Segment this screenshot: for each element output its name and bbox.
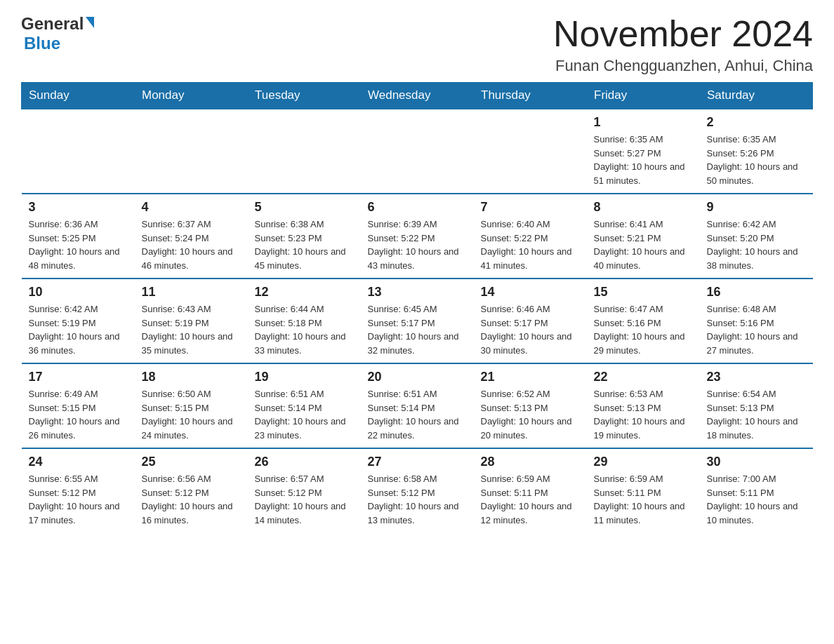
day-info: Sunrise: 6:41 AM Sunset: 5:21 PM Dayligh… <box>594 217 693 272</box>
day-info: Sunrise: 6:38 AM Sunset: 5:23 PM Dayligh… <box>255 217 354 272</box>
calendar-week-row: 24Sunrise: 6:55 AM Sunset: 5:12 PM Dayli… <box>22 448 813 532</box>
calendar-cell: 30Sunrise: 7:00 AM Sunset: 5:11 PM Dayli… <box>700 448 813 532</box>
calendar-week-row: 10Sunrise: 6:42 AM Sunset: 5:19 PM Dayli… <box>22 279 813 363</box>
day-number: 16 <box>707 285 806 300</box>
calendar-cell <box>474 109 587 194</box>
day-info: Sunrise: 6:42 AM Sunset: 5:20 PM Dayligh… <box>707 217 806 272</box>
day-info: Sunrise: 6:48 AM Sunset: 5:16 PM Dayligh… <box>707 302 806 357</box>
day-info: Sunrise: 6:40 AM Sunset: 5:22 PM Dayligh… <box>481 217 580 272</box>
calendar-cell: 16Sunrise: 6:48 AM Sunset: 5:16 PM Dayli… <box>700 279 813 363</box>
day-number: 3 <box>29 200 128 215</box>
day-header-sunday: Sunday <box>22 83 135 109</box>
day-header-tuesday: Tuesday <box>248 83 361 109</box>
day-info: Sunrise: 6:59 AM Sunset: 5:11 PM Dayligh… <box>481 472 580 527</box>
day-info: Sunrise: 6:50 AM Sunset: 5:15 PM Dayligh… <box>142 387 241 442</box>
calendar-cell: 14Sunrise: 6:46 AM Sunset: 5:17 PM Dayli… <box>474 279 587 363</box>
calendar-cell: 11Sunrise: 6:43 AM Sunset: 5:19 PM Dayli… <box>135 279 248 363</box>
day-number: 9 <box>707 200 806 215</box>
calendar-cell <box>248 109 361 194</box>
day-number: 27 <box>368 455 467 469</box>
day-info: Sunrise: 6:47 AM Sunset: 5:16 PM Dayligh… <box>594 302 693 357</box>
month-title: November 2024 <box>553 14 813 54</box>
calendar-cell: 27Sunrise: 6:58 AM Sunset: 5:12 PM Dayli… <box>361 448 474 532</box>
calendar-cell: 20Sunrise: 6:51 AM Sunset: 5:14 PM Dayli… <box>361 363 474 448</box>
day-number: 6 <box>368 200 467 215</box>
day-number: 21 <box>481 370 580 384</box>
day-info: Sunrise: 6:43 AM Sunset: 5:19 PM Dayligh… <box>142 302 241 357</box>
day-info: Sunrise: 6:46 AM Sunset: 5:17 PM Dayligh… <box>481 302 580 357</box>
day-info: Sunrise: 6:36 AM Sunset: 5:25 PM Dayligh… <box>29 217 128 272</box>
calendar-cell: 3Sunrise: 6:36 AM Sunset: 5:25 PM Daylig… <box>22 194 135 279</box>
day-info: Sunrise: 6:58 AM Sunset: 5:12 PM Dayligh… <box>368 472 467 527</box>
logo-triangle-icon <box>86 17 94 28</box>
day-header-monday: Monday <box>135 83 248 109</box>
day-info: Sunrise: 6:49 AM Sunset: 5:15 PM Dayligh… <box>29 387 128 442</box>
day-header-saturday: Saturday <box>700 83 813 109</box>
calendar-cell: 8Sunrise: 6:41 AM Sunset: 5:21 PM Daylig… <box>587 194 700 279</box>
day-info: Sunrise: 6:35 AM Sunset: 5:26 PM Dayligh… <box>707 133 806 187</box>
calendar-cell: 13Sunrise: 6:45 AM Sunset: 5:17 PM Dayli… <box>361 279 474 363</box>
day-number: 8 <box>594 200 693 215</box>
day-info: Sunrise: 6:39 AM Sunset: 5:22 PM Dayligh… <box>368 217 467 272</box>
calendar-cell: 9Sunrise: 6:42 AM Sunset: 5:20 PM Daylig… <box>700 194 813 279</box>
header: General Blue November 2024 Funan Chenggu… <box>21 14 813 75</box>
day-info: Sunrise: 6:37 AM Sunset: 5:24 PM Dayligh… <box>142 217 241 272</box>
calendar-header-row: SundayMondayTuesdayWednesdayThursdayFrid… <box>22 83 813 109</box>
calendar-cell <box>361 109 474 194</box>
day-header-thursday: Thursday <box>474 83 587 109</box>
calendar-cell: 2Sunrise: 6:35 AM Sunset: 5:26 PM Daylig… <box>700 109 813 194</box>
calendar-cell <box>135 109 248 194</box>
calendar-cell <box>22 109 135 194</box>
day-info: Sunrise: 7:00 AM Sunset: 5:11 PM Dayligh… <box>707 472 806 527</box>
calendar-cell: 22Sunrise: 6:53 AM Sunset: 5:13 PM Dayli… <box>587 363 700 448</box>
day-info: Sunrise: 6:35 AM Sunset: 5:27 PM Dayligh… <box>594 133 693 187</box>
day-number: 28 <box>481 455 580 469</box>
logo-general-text: General <box>21 14 84 34</box>
day-number: 12 <box>255 285 354 300</box>
calendar-cell: 19Sunrise: 6:51 AM Sunset: 5:14 PM Dayli… <box>248 363 361 448</box>
calendar-week-row: 3Sunrise: 6:36 AM Sunset: 5:25 PM Daylig… <box>22 194 813 279</box>
day-info: Sunrise: 6:51 AM Sunset: 5:14 PM Dayligh… <box>255 387 354 442</box>
calendar-cell: 7Sunrise: 6:40 AM Sunset: 5:22 PM Daylig… <box>474 194 587 279</box>
day-number: 18 <box>142 370 241 384</box>
day-number: 22 <box>594 370 693 384</box>
location-title: Funan Chengguanzhen, Anhui, China <box>553 57 813 75</box>
day-number: 20 <box>368 370 467 384</box>
day-info: Sunrise: 6:42 AM Sunset: 5:19 PM Dayligh… <box>29 302 128 357</box>
calendar-cell: 4Sunrise: 6:37 AM Sunset: 5:24 PM Daylig… <box>135 194 248 279</box>
day-info: Sunrise: 6:45 AM Sunset: 5:17 PM Dayligh… <box>368 302 467 357</box>
day-number: 14 <box>481 285 580 300</box>
day-number: 26 <box>255 455 354 469</box>
calendar-week-row: 17Sunrise: 6:49 AM Sunset: 5:15 PM Dayli… <box>22 363 813 448</box>
day-number: 4 <box>142 200 241 215</box>
calendar-cell: 5Sunrise: 6:38 AM Sunset: 5:23 PM Daylig… <box>248 194 361 279</box>
calendar-cell: 24Sunrise: 6:55 AM Sunset: 5:12 PM Dayli… <box>22 448 135 532</box>
calendar-cell: 12Sunrise: 6:44 AM Sunset: 5:18 PM Dayli… <box>248 279 361 363</box>
day-number: 13 <box>368 285 467 300</box>
day-number: 24 <box>29 455 128 469</box>
day-number: 11 <box>142 285 241 300</box>
day-info: Sunrise: 6:55 AM Sunset: 5:12 PM Dayligh… <box>29 472 128 527</box>
calendar-cell: 21Sunrise: 6:52 AM Sunset: 5:13 PM Dayli… <box>474 363 587 448</box>
day-number: 2 <box>707 115 806 130</box>
day-info: Sunrise: 6:44 AM Sunset: 5:18 PM Dayligh… <box>255 302 354 357</box>
day-info: Sunrise: 6:56 AM Sunset: 5:12 PM Dayligh… <box>142 472 241 527</box>
calendar-cell: 18Sunrise: 6:50 AM Sunset: 5:15 PM Dayli… <box>135 363 248 448</box>
logo-blue-text: Blue <box>24 34 60 53</box>
calendar-cell: 15Sunrise: 6:47 AM Sunset: 5:16 PM Dayli… <box>587 279 700 363</box>
calendar-week-row: 1Sunrise: 6:35 AM Sunset: 5:27 PM Daylig… <box>22 109 813 194</box>
calendar-cell: 28Sunrise: 6:59 AM Sunset: 5:11 PM Dayli… <box>474 448 587 532</box>
day-info: Sunrise: 6:53 AM Sunset: 5:13 PM Dayligh… <box>594 387 693 442</box>
day-info: Sunrise: 6:54 AM Sunset: 5:13 PM Dayligh… <box>707 387 806 442</box>
day-info: Sunrise: 6:59 AM Sunset: 5:11 PM Dayligh… <box>594 472 693 527</box>
day-number: 1 <box>594 115 693 130</box>
day-number: 15 <box>594 285 693 300</box>
calendar-cell: 23Sunrise: 6:54 AM Sunset: 5:13 PM Dayli… <box>700 363 813 448</box>
calendar-cell: 6Sunrise: 6:39 AM Sunset: 5:22 PM Daylig… <box>361 194 474 279</box>
title-area: November 2024 Funan Chengguanzhen, Anhui… <box>553 14 813 75</box>
logo: General Blue <box>21 14 94 53</box>
calendar-cell: 26Sunrise: 6:57 AM Sunset: 5:12 PM Dayli… <box>248 448 361 532</box>
calendar-cell: 25Sunrise: 6:56 AM Sunset: 5:12 PM Dayli… <box>135 448 248 532</box>
day-number: 19 <box>255 370 354 384</box>
day-number: 17 <box>29 370 128 384</box>
